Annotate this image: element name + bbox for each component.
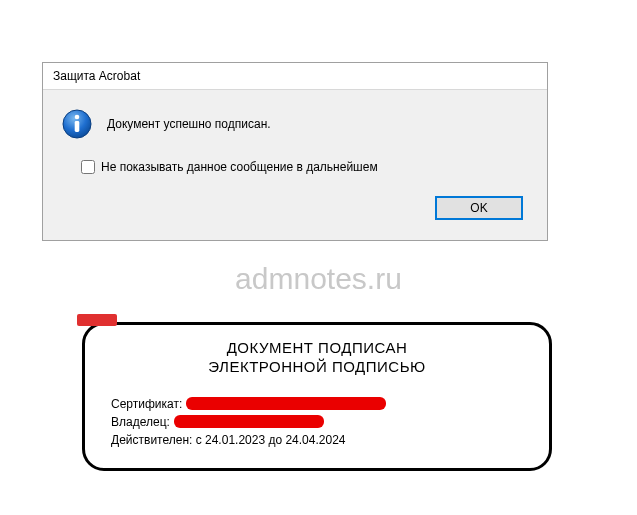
owner-label: Владелец: — [111, 413, 170, 431]
certificate-label: Сертификат: — [111, 395, 182, 413]
validity-text: Действителен: с 24.01.2023 до 24.04.2024 — [111, 431, 523, 449]
dialog-message: Документ успешно подписан. — [107, 117, 271, 131]
message-row: Документ успешно подписан. — [61, 108, 531, 140]
signature-panel: ДОКУМЕНТ ПОДПИСАН ЭЛЕКТРОННОЙ ПОДПИСЬЮ С… — [82, 322, 552, 471]
svg-rect-2 — [75, 121, 80, 132]
signature-info: Сертификат: Владелец: Действителен: с 24… — [111, 395, 523, 449]
dont-show-again-label[interactable]: Не показывать данное сообщение в дальней… — [101, 160, 378, 174]
certificate-redacted — [186, 397, 386, 410]
svg-point-1 — [75, 115, 80, 120]
owner-row: Владелец: — [111, 413, 523, 431]
dont-show-again-checkbox[interactable] — [81, 160, 95, 174]
certificate-row: Сертификат: — [111, 395, 523, 413]
dont-show-again-row: Не показывать данное сообщение в дальней… — [81, 160, 531, 174]
signature-heading-line2: ЭЛЕКТРОННОЙ ПОДПИСЬЮ — [208, 358, 425, 375]
signature-heading: ДОКУМЕНТ ПОДПИСАН ЭЛЕКТРОННОЙ ПОДПИСЬЮ — [111, 339, 523, 377]
signature-heading-line1: ДОКУМЕНТ ПОДПИСАН — [227, 339, 408, 356]
owner-redacted — [174, 415, 324, 428]
signature-tab-icon — [77, 314, 117, 326]
watermark-text: admnotes.ru — [235, 262, 402, 296]
acrobat-security-dialog: Защита Acrobat Документ успе — [42, 62, 548, 241]
info-icon — [61, 108, 93, 140]
ok-button[interactable]: OK — [435, 196, 523, 220]
dialog-button-row: OK — [61, 192, 531, 230]
dialog-body: Документ успешно подписан. Не показывать… — [43, 90, 547, 240]
dialog-title: Защита Acrobat — [43, 63, 547, 90]
